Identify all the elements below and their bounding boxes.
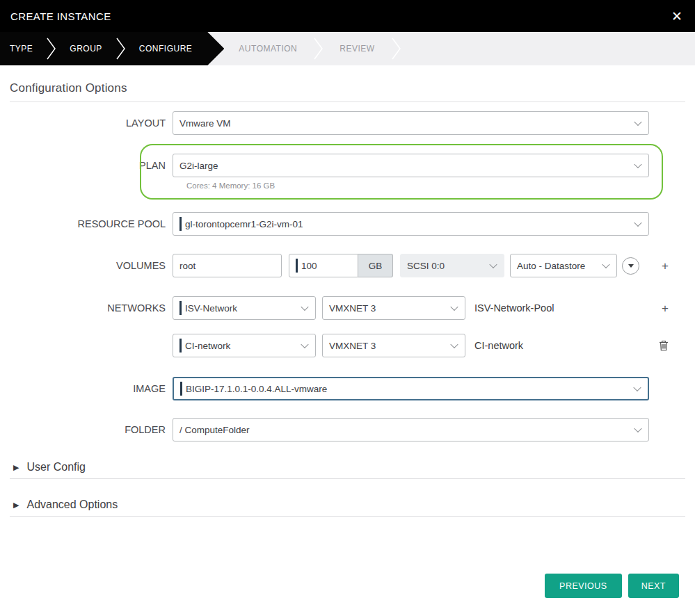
wizard-footer: PREVIOUS NEXT <box>10 574 685 598</box>
folder-select[interactable]: / ComputeFolder <box>173 418 649 441</box>
plan-value: G2i-large <box>179 161 218 171</box>
chevron-down-icon <box>301 341 308 348</box>
divider <box>10 478 685 479</box>
network-row: CI-network VMXNET 3 CI-network <box>10 334 685 357</box>
volume-name-value: root <box>179 261 195 271</box>
volumes-row: VOLUMES root 100 GB SCSI 0:0 Auto - Dat <box>10 254 685 277</box>
resource-pool-label: RESOURCE POOL <box>10 218 173 229</box>
chevron-right-icon <box>115 37 126 60</box>
image-label: IMAGE <box>10 383 173 394</box>
network-adapter-select[interactable]: VMXNET 3 <box>322 296 465 320</box>
chevron-down-icon <box>633 384 641 391</box>
network-select[interactable]: ISV-Network <box>173 296 316 320</box>
folder-row: FOLDER / ComputeFolder <box>10 418 685 441</box>
volume-size-input[interactable]: 100 <box>289 254 358 277</box>
chevron-down-icon <box>301 303 308 311</box>
plan-group: PLAN G2i-large Cores: 4 Memory: 16 GB <box>10 144 685 200</box>
step-group[interactable]: GROUP <box>70 44 102 54</box>
chevron-down-icon <box>450 341 458 348</box>
volume-datastore-select[interactable]: Auto - Datastore <box>510 254 617 277</box>
advanced-options-label: Advanced Options <box>26 499 118 511</box>
caret-down-icon <box>628 264 634 268</box>
layout-row: LAYOUT Vmware VM <box>10 111 685 135</box>
next-button[interactable]: NEXT <box>628 574 679 598</box>
chevron-right-icon <box>313 37 323 60</box>
network-row: NETWORKS ISV-Network VMXNET 3 ISV-Networ… <box>10 296 685 320</box>
volume-datastore-value: Auto - Datastore <box>517 261 585 271</box>
resource-pool-value: gl-torontopcemr1-G2i-vm-01 <box>185 219 303 229</box>
configuration-form: LAYOUT Vmware VM PLAN G2i-large Cores: 4… <box>10 111 685 441</box>
volume-size-value: 100 <box>301 261 317 271</box>
plan-select[interactable]: G2i-large <box>173 154 649 177</box>
chevron-down-icon <box>634 219 641 227</box>
image-value: BIGIP-17.1.0.1-0.0.4.ALL-vmware <box>186 384 327 394</box>
divider <box>10 102 685 102</box>
wizard-steps-completed-segment: TYPE GROUP CONFIGURE <box>0 32 224 65</box>
trash-icon <box>659 340 669 351</box>
chevron-down-icon <box>634 425 641 432</box>
step-configure[interactable]: CONFIGURE <box>139 44 193 54</box>
advanced-options-toggle[interactable]: ▶ Advanced Options <box>10 497 685 512</box>
plan-details: Cores: 4 Memory: 16 GB <box>186 181 685 193</box>
plan-row: PLAN G2i-large <box>10 154 685 177</box>
layout-label: LAYOUT <box>10 117 173 129</box>
network-select[interactable]: CI-network <box>173 334 316 357</box>
create-instance-modal: CREATE INSTANCE ✕ TYPE GROUP CONFIGURE A… <box>0 0 695 616</box>
folder-label: FOLDER <box>10 424 173 435</box>
network-value: CI-network <box>185 341 230 351</box>
text-cursor <box>179 217 182 231</box>
divider <box>10 516 685 517</box>
layout-value: Vmware VM <box>179 118 231 129</box>
network-adapter-value: VMXNET 3 <box>329 303 376 314</box>
step-review[interactable]: REVIEW <box>339 44 374 54</box>
chevron-down-icon <box>602 261 609 268</box>
resource-pool-row: RESOURCE POOL gl-torontopcemr1-G2i-vm-01 <box>10 212 685 236</box>
caret-right-icon: ▶ <box>13 501 19 509</box>
text-cursor <box>296 259 298 273</box>
caret-right-icon: ▶ <box>13 464 19 471</box>
chevron-down-icon <box>450 303 458 311</box>
network-pool-text: ISV-Network-Pool <box>474 302 554 314</box>
chevron-right-icon <box>391 37 401 60</box>
networks-label: NETWORKS <box>10 302 173 314</box>
modal-titlebar: CREATE INSTANCE ✕ <box>0 0 695 32</box>
volume-options-expand-button[interactable] <box>622 257 639 275</box>
network-pool-text: CI-network <box>474 340 523 351</box>
wizard-steps: TYPE GROUP CONFIGURE AUTOMATION REVIEW <box>0 32 695 65</box>
network-adapter-value: VMXNET 3 <box>329 341 376 351</box>
plan-label: PLAN <box>10 160 173 171</box>
user-config-label: User Config <box>26 461 85 473</box>
volume-size-group: 100 GB <box>289 254 393 277</box>
network-value: ISV-Network <box>185 303 237 314</box>
modal-title: CREATE INSTANCE <box>10 10 111 22</box>
add-volume-button[interactable]: + <box>662 260 669 272</box>
configure-step-content: Configuration Options LAYOUT Vmware VM P… <box>0 81 695 598</box>
image-row: IMAGE BIGIP-17.1.0.1-0.0.4.ALL-vmware <box>10 377 685 400</box>
delete-network-button[interactable] <box>659 340 669 351</box>
volume-unit-addon: GB <box>358 254 393 277</box>
user-config-toggle[interactable]: ▶ User Config <box>10 460 685 475</box>
network-adapter-select[interactable]: VMXNET 3 <box>322 334 465 357</box>
folder-value: / ComputeFolder <box>179 425 250 435</box>
volume-controller-select[interactable]: SCSI 0:0 <box>400 254 504 277</box>
volume-controller-value: SCSI 0:0 <box>407 261 445 271</box>
chevron-right-icon <box>46 37 56 60</box>
chevron-down-icon <box>489 261 497 268</box>
image-select[interactable]: BIGIP-17.1.0.1-0.0.4.ALL-vmware <box>173 377 649 400</box>
step-automation[interactable]: AUTOMATION <box>239 44 297 54</box>
chevron-down-icon <box>634 161 641 168</box>
add-network-button[interactable]: + <box>662 302 669 314</box>
resource-pool-select[interactable]: gl-torontopcemr1-G2i-vm-01 <box>173 212 649 236</box>
layout-select[interactable]: Vmware VM <box>173 111 649 135</box>
page-title: Configuration Options <box>10 81 685 95</box>
text-cursor <box>180 382 182 396</box>
previous-button[interactable]: PREVIOUS <box>545 574 622 598</box>
volumes-label: VOLUMES <box>10 260 173 271</box>
close-icon[interactable]: ✕ <box>671 10 682 23</box>
volume-name-input[interactable]: root <box>173 254 282 277</box>
step-type[interactable]: TYPE <box>10 44 33 54</box>
wizard-steps-upcoming-segment: AUTOMATION REVIEW <box>239 32 401 65</box>
text-cursor <box>179 339 182 352</box>
chevron-down-icon <box>634 118 641 126</box>
text-cursor <box>179 301 182 315</box>
